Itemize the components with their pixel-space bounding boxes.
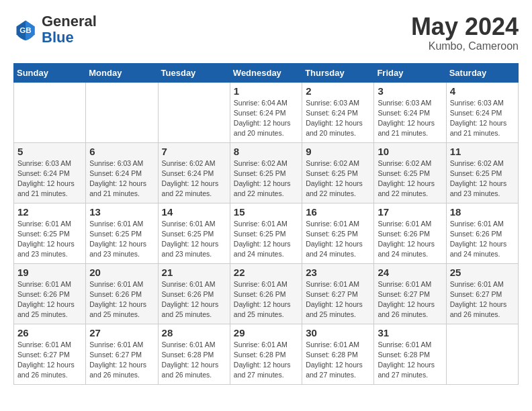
day-number: 23 xyxy=(306,267,370,278)
day-info: Sunrise: 6:01 AMSunset: 6:25 PMDaylight:… xyxy=(17,219,82,260)
calendar-cell: 18Sunrise: 6:01 AMSunset: 6:26 PMDayligh… xyxy=(446,203,518,263)
day-number: 22 xyxy=(234,267,298,278)
day-info: Sunrise: 6:01 AMSunset: 6:28 PMDaylight:… xyxy=(162,340,226,381)
weekday-header-thursday: Thursday xyxy=(302,63,374,82)
day-number: 28 xyxy=(162,327,226,338)
calendar-table: SundayMondayTuesdayWednesdayThursdayFrid… xyxy=(13,63,519,385)
month-title: May 2024 xyxy=(411,13,519,40)
day-info: Sunrise: 6:01 AMSunset: 6:27 PMDaylight:… xyxy=(450,279,515,320)
day-number: 15 xyxy=(234,206,298,218)
day-info: Sunrise: 6:01 AMSunset: 6:27 PMDaylight:… xyxy=(17,340,82,381)
day-number: 3 xyxy=(378,85,442,97)
weekday-header-monday: Monday xyxy=(86,63,158,82)
day-info: Sunrise: 6:03 AMSunset: 6:24 PMDaylight:… xyxy=(89,158,154,199)
svg-text:GB: GB xyxy=(19,26,32,35)
day-info: Sunrise: 6:03 AMSunset: 6:24 PMDaylight:… xyxy=(17,158,82,199)
calendar-cell: 5Sunrise: 6:03 AMSunset: 6:24 PMDaylight… xyxy=(14,142,86,203)
calendar-cell: 8Sunrise: 6:02 AMSunset: 6:25 PMDaylight… xyxy=(230,142,302,203)
day-number: 21 xyxy=(162,267,226,278)
day-number: 14 xyxy=(162,206,226,218)
day-info: Sunrise: 6:01 AMSunset: 6:26 PMDaylight:… xyxy=(162,279,226,320)
day-info: Sunrise: 6:01 AMSunset: 6:27 PMDaylight:… xyxy=(378,279,442,320)
day-info: Sunrise: 6:02 AMSunset: 6:24 PMDaylight:… xyxy=(162,158,226,199)
calendar-cell: 4Sunrise: 6:03 AMSunset: 6:24 PMDaylight… xyxy=(446,82,518,142)
calendar-cell xyxy=(446,324,518,384)
calendar-cell: 21Sunrise: 6:01 AMSunset: 6:26 PMDayligh… xyxy=(158,263,230,324)
day-number: 10 xyxy=(378,146,442,157)
day-info: Sunrise: 6:01 AMSunset: 6:25 PMDaylight:… xyxy=(306,219,370,260)
day-info: Sunrise: 6:02 AMSunset: 6:25 PMDaylight:… xyxy=(450,158,515,199)
calendar-cell: 25Sunrise: 6:01 AMSunset: 6:27 PMDayligh… xyxy=(446,263,518,324)
calendar-cell xyxy=(14,82,86,142)
weekday-header-tuesday: Tuesday xyxy=(158,63,230,82)
calendar-cell: 11Sunrise: 6:02 AMSunset: 6:25 PMDayligh… xyxy=(446,142,518,203)
weekday-header-friday: Friday xyxy=(374,63,446,82)
day-number: 9 xyxy=(306,146,370,157)
day-number: 13 xyxy=(89,206,154,218)
day-number: 8 xyxy=(234,146,298,157)
calendar-cell xyxy=(158,82,230,142)
day-info: Sunrise: 6:01 AMSunset: 6:27 PMDaylight:… xyxy=(306,279,370,320)
title-block: May 2024 Kumbo, Cameroon xyxy=(411,13,519,52)
calendar-cell: 15Sunrise: 6:01 AMSunset: 6:25 PMDayligh… xyxy=(230,203,302,263)
calendar-cell: 13Sunrise: 6:01 AMSunset: 6:25 PMDayligh… xyxy=(86,203,158,263)
day-info: Sunrise: 6:03 AMSunset: 6:24 PMDaylight:… xyxy=(306,98,370,139)
location: Kumbo, Cameroon xyxy=(411,40,519,52)
day-info: Sunrise: 6:01 AMSunset: 6:26 PMDaylight:… xyxy=(17,279,82,320)
day-number: 1 xyxy=(234,85,298,97)
day-info: Sunrise: 6:01 AMSunset: 6:26 PMDaylight:… xyxy=(234,279,298,320)
day-info: Sunrise: 6:01 AMSunset: 6:28 PMDaylight:… xyxy=(306,340,370,381)
day-number: 7 xyxy=(162,146,226,157)
day-number: 30 xyxy=(306,327,370,338)
calendar-cell: 14Sunrise: 6:01 AMSunset: 6:25 PMDayligh… xyxy=(158,203,230,263)
calendar-cell: 23Sunrise: 6:01 AMSunset: 6:27 PMDayligh… xyxy=(302,263,374,324)
day-info: Sunrise: 6:03 AMSunset: 6:24 PMDaylight:… xyxy=(450,98,515,139)
day-number: 17 xyxy=(378,206,442,218)
day-number: 5 xyxy=(17,146,82,157)
calendar-cell: 22Sunrise: 6:01 AMSunset: 6:26 PMDayligh… xyxy=(230,263,302,324)
day-info: Sunrise: 6:01 AMSunset: 6:25 PMDaylight:… xyxy=(89,219,154,260)
calendar-cell: 28Sunrise: 6:01 AMSunset: 6:28 PMDayligh… xyxy=(158,324,230,384)
day-number: 26 xyxy=(17,327,82,338)
calendar-cell: 30Sunrise: 6:01 AMSunset: 6:28 PMDayligh… xyxy=(302,324,374,384)
day-info: Sunrise: 6:01 AMSunset: 6:26 PMDaylight:… xyxy=(450,219,515,260)
day-info: Sunrise: 6:01 AMSunset: 6:28 PMDaylight:… xyxy=(234,340,298,381)
calendar-cell: 2Sunrise: 6:03 AMSunset: 6:24 PMDaylight… xyxy=(302,82,374,142)
day-number: 4 xyxy=(450,85,515,97)
day-number: 19 xyxy=(17,267,82,278)
day-info: Sunrise: 6:03 AMSunset: 6:24 PMDaylight:… xyxy=(378,98,442,139)
weekday-header-saturday: Saturday xyxy=(446,63,518,82)
calendar-cell: 9Sunrise: 6:02 AMSunset: 6:25 PMDaylight… xyxy=(302,142,374,203)
page-header: GB General Blue May 2024 Kumbo, Cameroon xyxy=(13,13,519,52)
calendar-cell: 10Sunrise: 6:02 AMSunset: 6:25 PMDayligh… xyxy=(374,142,446,203)
day-number: 18 xyxy=(450,206,515,218)
calendar-cell: 31Sunrise: 6:01 AMSunset: 6:28 PMDayligh… xyxy=(374,324,446,384)
day-info: Sunrise: 6:02 AMSunset: 6:25 PMDaylight:… xyxy=(378,158,442,199)
calendar-cell: 1Sunrise: 6:04 AMSunset: 6:24 PMDaylight… xyxy=(230,82,302,142)
day-info: Sunrise: 6:02 AMSunset: 6:25 PMDaylight:… xyxy=(306,158,370,199)
logo: GB General Blue xyxy=(13,13,97,46)
calendar-cell: 24Sunrise: 6:01 AMSunset: 6:27 PMDayligh… xyxy=(374,263,446,324)
day-number: 20 xyxy=(89,267,154,278)
day-info: Sunrise: 6:01 AMSunset: 6:27 PMDaylight:… xyxy=(89,340,154,381)
calendar-cell: 26Sunrise: 6:01 AMSunset: 6:27 PMDayligh… xyxy=(14,324,86,384)
logo-text: General Blue xyxy=(42,13,97,46)
day-number: 6 xyxy=(89,146,154,157)
weekday-header-wednesday: Wednesday xyxy=(230,63,302,82)
day-info: Sunrise: 6:02 AMSunset: 6:25 PMDaylight:… xyxy=(234,158,298,199)
day-number: 31 xyxy=(378,327,442,338)
day-number: 27 xyxy=(89,327,154,338)
calendar-cell xyxy=(86,82,158,142)
day-info: Sunrise: 6:01 AMSunset: 6:25 PMDaylight:… xyxy=(234,219,298,260)
day-number: 29 xyxy=(234,327,298,338)
day-info: Sunrise: 6:01 AMSunset: 6:26 PMDaylight:… xyxy=(378,219,442,260)
day-number: 24 xyxy=(378,267,442,278)
logo-icon: GB xyxy=(13,17,38,42)
calendar-cell: 7Sunrise: 6:02 AMSunset: 6:24 PMDaylight… xyxy=(158,142,230,203)
day-number: 16 xyxy=(306,206,370,218)
weekday-header-sunday: Sunday xyxy=(14,63,86,82)
calendar-cell: 27Sunrise: 6:01 AMSunset: 6:27 PMDayligh… xyxy=(86,324,158,384)
calendar-cell: 6Sunrise: 6:03 AMSunset: 6:24 PMDaylight… xyxy=(86,142,158,203)
calendar-cell: 12Sunrise: 6:01 AMSunset: 6:25 PMDayligh… xyxy=(14,203,86,263)
calendar-cell: 17Sunrise: 6:01 AMSunset: 6:26 PMDayligh… xyxy=(374,203,446,263)
